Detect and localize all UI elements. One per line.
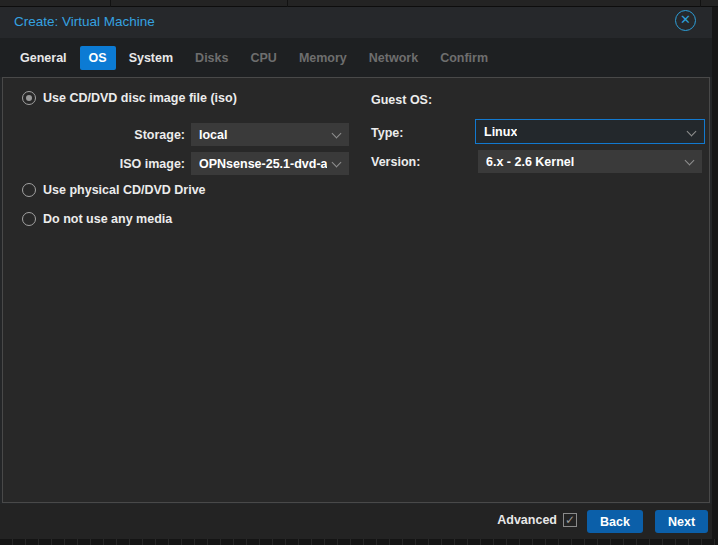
guest-os-heading: Guest OS: xyxy=(371,93,432,107)
storage-value: local xyxy=(199,128,228,142)
chevron-down-icon xyxy=(687,127,697,137)
version-combobox[interactable]: 6.x - 2.6 Kernel xyxy=(478,150,702,173)
chevron-down-icon xyxy=(685,156,695,166)
tab-cpu: CPU xyxy=(241,46,285,70)
radio-physical-drive-label: Use physical CD/DVD Drive xyxy=(43,183,206,197)
tab-os[interactable]: OS xyxy=(80,46,116,70)
tab-confirm: Confirm xyxy=(431,46,497,70)
os-tab-panel: Use CD/DVD disc image file (iso) Storage… xyxy=(2,77,710,503)
radio-physical-drive[interactable] xyxy=(22,183,36,197)
tab-system[interactable]: System xyxy=(120,46,182,70)
wizard-tabbar: General OS System Disks CPU Memory Netwo… xyxy=(0,38,712,77)
type-label: Type: xyxy=(371,126,403,140)
background-bottom-strip xyxy=(0,539,718,545)
tab-network: Network xyxy=(360,46,427,70)
tab-general[interactable]: General xyxy=(11,46,76,70)
dialog-title: Create: Virtual Machine xyxy=(14,14,155,29)
chevron-down-icon xyxy=(332,129,342,139)
next-button[interactable]: Next xyxy=(655,510,708,533)
iso-image-value: OPNsense-25.1-dvd-a xyxy=(199,157,327,171)
create-vm-dialog: Create: Virtual Machine ✕ General OS Sys… xyxy=(0,7,712,539)
radio-no-media-label: Do not use any media xyxy=(43,212,172,226)
back-button[interactable]: Back xyxy=(587,510,643,533)
dialog-footer: Advanced ✓ Back Next xyxy=(0,504,712,539)
radio-no-media[interactable] xyxy=(22,212,36,226)
screen: Create: Virtual Machine ✕ General OS Sys… xyxy=(0,0,718,545)
advanced-checkbox[interactable]: ✓ xyxy=(563,513,577,527)
version-label: Version: xyxy=(371,155,420,169)
radio-row-iso: Use CD/DVD disc image file (iso) xyxy=(22,91,237,105)
background-top-strip xyxy=(0,0,718,7)
radio-use-iso[interactable] xyxy=(22,91,36,105)
iso-image-label: ISO image: xyxy=(63,157,185,171)
strip-divider xyxy=(110,0,111,7)
strip-divider xyxy=(287,0,288,7)
close-icon[interactable]: ✕ xyxy=(675,10,696,31)
type-value: Linux xyxy=(484,125,517,139)
tab-disks: Disks xyxy=(186,46,237,70)
storage-combobox[interactable]: local xyxy=(191,123,349,146)
radio-use-iso-label: Use CD/DVD disc image file (iso) xyxy=(43,91,237,105)
dialog-titlebar: Create: Virtual Machine ✕ xyxy=(0,7,712,38)
advanced-label: Advanced xyxy=(497,513,557,527)
strip-divider xyxy=(700,0,701,7)
iso-image-combobox[interactable]: OPNsense-25.1-dvd-a xyxy=(191,152,349,175)
version-value: 6.x - 2.6 Kernel xyxy=(486,155,574,169)
storage-label: Storage: xyxy=(63,128,185,142)
tab-memory: Memory xyxy=(290,46,356,70)
type-combobox[interactable]: Linux xyxy=(475,119,705,144)
radio-row-no-media: Do not use any media xyxy=(22,212,172,226)
chevron-down-icon xyxy=(332,158,342,168)
radio-row-physical: Use physical CD/DVD Drive xyxy=(22,183,206,197)
